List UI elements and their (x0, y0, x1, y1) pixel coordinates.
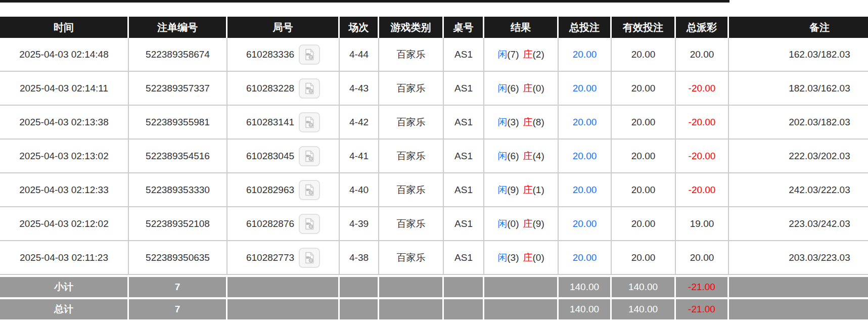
footer-remark (729, 297, 868, 319)
cell-remark: 182.03/162.03 (729, 72, 868, 106)
cell-bet-id: 522389353330 (129, 173, 227, 207)
cell-table-no: AS1 (444, 140, 484, 173)
bet-record-row: 2025-04-03 02:14:48522389358674610283336… (0, 38, 868, 72)
video-file-icon (303, 150, 316, 163)
cell-game-type: 百家乐 (379, 38, 444, 72)
video-replay-button[interactable] (299, 78, 320, 99)
cell-total-payout: 20.00 (676, 241, 729, 275)
cell-valid-bet: 20.00 (612, 38, 676, 72)
column-header-total-bet: 总投注 (559, 17, 612, 38)
cell-remark: 222.03/202.03 (729, 140, 868, 173)
video-file-icon (303, 251, 316, 264)
player-result-points: (6) (507, 151, 519, 161)
player-result-points: (3) (507, 252, 519, 263)
footer-total-bet: 140.00 (559, 297, 612, 319)
cell-game-type: 百家乐 (379, 72, 444, 106)
footer-empty-session (340, 275, 379, 297)
cell-session: 4-44 (340, 38, 379, 72)
cell-total-bet: 20.00 (559, 140, 612, 173)
footer-empty-game-type (379, 275, 444, 297)
round-id-text: 610282876 (246, 218, 294, 229)
cell-time: 2025-04-03 02:12:33 (0, 173, 129, 207)
banker-result-points: (9) (533, 218, 544, 229)
video-replay-button[interactable] (299, 44, 320, 65)
column-header-remark: 备注 (729, 17, 868, 38)
cell-round-id: 610283141 (227, 106, 340, 140)
cell-game-type: 百家乐 (379, 173, 444, 207)
footer-count: 7 (129, 297, 227, 319)
footer-empty-result (484, 275, 559, 297)
column-header-result: 结果 (484, 17, 559, 38)
video-file-icon (303, 48, 316, 61)
cell-table-no: AS1 (444, 207, 484, 241)
banker-result-label: 庄 (523, 151, 533, 161)
video-file-icon (303, 116, 316, 129)
cell-valid-bet: 20.00 (612, 72, 676, 106)
footer-label: 小计 (0, 275, 129, 297)
cell-total-bet: 20.00 (559, 72, 612, 106)
cell-valid-bet: 20.00 (612, 106, 676, 140)
footer-empty-game-type (379, 297, 444, 319)
bet-record-row: 2025-04-03 02:13:38522389355981610283141… (0, 106, 868, 140)
footer-valid-bet: 140.00 (612, 275, 676, 297)
video-replay-button[interactable] (299, 146, 320, 166)
cell-remark: 202.03/182.03 (729, 106, 868, 140)
video-replay-button[interactable] (299, 214, 320, 234)
player-result-points: (7) (507, 49, 519, 60)
cell-result: 闲(6)庄(0) (484, 72, 559, 106)
banker-result-label: 庄 (523, 49, 533, 60)
column-header-time: 时间 (0, 17, 129, 38)
cell-session: 4-42 (340, 106, 379, 140)
footer-empty-session (340, 297, 379, 319)
footer-empty-table-no (444, 297, 484, 319)
player-result-label: 闲 (497, 83, 507, 94)
cell-game-type: 百家乐 (379, 207, 444, 241)
footer-label: 总计 (0, 297, 129, 319)
cell-bet-id: 522389357337 (129, 72, 227, 106)
table-footer: 小计7140.00140.00-21.00总计7140.00140.00-21.… (0, 275, 868, 319)
cell-game-type: 百家乐 (379, 140, 444, 173)
cell-valid-bet: 20.00 (612, 207, 676, 241)
cell-session: 4-41 (340, 140, 379, 173)
cell-bet-id: 522389350635 (129, 241, 227, 275)
column-header-session: 场次 (340, 17, 379, 38)
cell-total-payout: 20.00 (676, 38, 729, 72)
player-result-label: 闲 (497, 218, 507, 229)
cell-remark: 162.03/182.03 (729, 38, 868, 72)
cell-result: 闲(3)庄(8) (484, 106, 559, 140)
top-divider (0, 0, 729, 3)
cell-remark: 242.03/222.03 (729, 173, 868, 207)
video-file-icon (303, 82, 316, 95)
cell-round-id: 610282773 (227, 241, 340, 275)
cell-table-no: AS1 (444, 173, 484, 207)
subtotal-row: 小计7140.00140.00-21.00 (0, 275, 868, 297)
cell-result: 闲(9)庄(1) (484, 173, 559, 207)
player-result-label: 闲 (497, 117, 507, 127)
footer-remark (729, 275, 868, 297)
banker-result-points: (0) (533, 252, 544, 263)
cell-round-id: 610283045 (227, 140, 340, 173)
cell-time: 2025-04-03 02:14:11 (0, 72, 129, 106)
footer-empty-result (484, 297, 559, 319)
cell-game-type: 百家乐 (379, 106, 444, 140)
video-replay-button[interactable] (299, 248, 320, 268)
footer-count: 7 (129, 275, 227, 297)
cell-total-bet: 20.00 (559, 38, 612, 72)
cell-round-id: 610283336 (227, 38, 340, 72)
footer-empty-round (227, 275, 340, 297)
cell-result: 闲(6)庄(4) (484, 140, 559, 173)
cell-result: 闲(7)庄(2) (484, 38, 559, 72)
bet-record-row: 2025-04-03 02:12:02522389352108610282876… (0, 207, 868, 241)
video-replay-button[interactable] (299, 112, 320, 132)
round-id-text: 610283141 (246, 117, 294, 128)
cell-total-payout: 19.00 (676, 207, 729, 241)
round-id-text: 610282773 (246, 252, 294, 263)
player-result-points: (9) (507, 184, 519, 195)
video-replay-button[interactable] (299, 180, 320, 200)
cell-total-bet: 20.00 (559, 241, 612, 275)
cell-table-no: AS1 (444, 38, 484, 72)
banker-result-label: 庄 (523, 83, 533, 94)
bet-records-page: 时间 注单编号 局号 场次 游戏类别 桌号 结果 总投注 有效投注 总派彩 备注… (0, 0, 868, 323)
column-header-game-type: 游戏类别 (379, 17, 444, 38)
cell-time: 2025-04-03 02:13:38 (0, 106, 129, 140)
